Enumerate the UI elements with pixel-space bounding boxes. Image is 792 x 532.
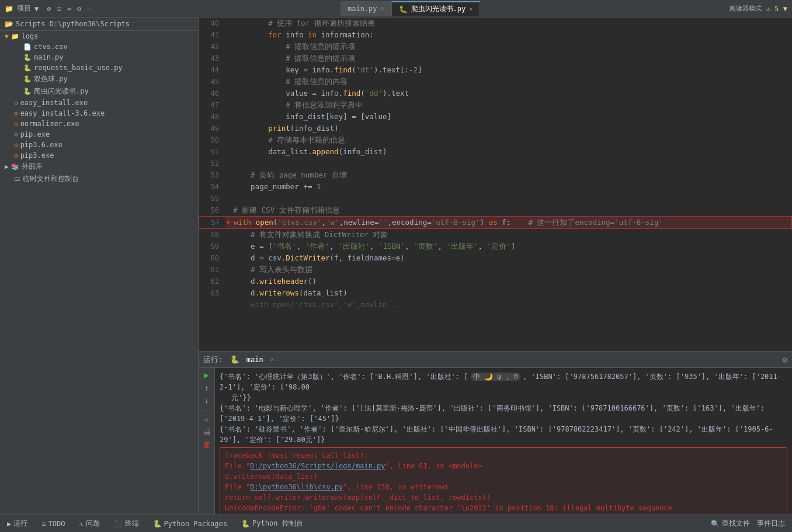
normalizer-icon: ⚙ [14, 120, 18, 128]
pip-icon: ⚙ [14, 131, 18, 138]
bottom-run-btn[interactable]: ▶ 运行 [5, 517, 30, 530]
terminal-wrap-btn[interactable]: ⇌ [204, 415, 209, 423]
run-tab-close[interactable]: × [270, 356, 275, 363]
code-editor[interactable]: 40 # 使用 for 循环遍历搜索结果 41 for info in info… [199, 18, 792, 351]
terminal-scroll-up[interactable]: ↑ [204, 383, 209, 392]
code-line-63: 63 d.writerows(data_list) [199, 287, 792, 299]
sidebar-item-spider[interactable]: 🐍 爬虫闪光读书.py [0, 85, 198, 98]
easy-install-icon: ⚙ [14, 99, 18, 107]
sidebar-item-pip3[interactable]: ⚙ pip3.exe [0, 150, 198, 161]
chevron-right-icon: ▶ [5, 163, 9, 171]
pip3-label: pip3.exe [20, 151, 54, 159]
sidebar-item-easy-install-36[interactable]: ⚙ easy_install-3.6.exe [0, 108, 198, 119]
sidebar-item-normalizer[interactable]: ⚙ normalizer.exe [0, 119, 198, 129]
code-line-50: 50 # 存储每本书籍的信息 [199, 134, 792, 146]
sidebar-item-main-py[interactable]: 🐍 main.py [0, 52, 198, 62]
sidebar-item-external-lib[interactable]: ▶ 📚 外部库 [0, 161, 198, 173]
code-line-57: 57 ● with open('ctvs.csv','w',newline=''… [199, 216, 792, 229]
terminal-scroll-down[interactable]: ↓ [204, 396, 209, 405]
todo-label: TODO [48, 520, 65, 528]
code-line-52: 52 [199, 158, 792, 169]
settings-icon[interactable]: ⚙ [77, 5, 81, 13]
minimize-icon[interactable]: — [87, 5, 91, 13]
todo-icon: ≡ [41, 520, 46, 528]
breakpoint-57: ● [227, 217, 230, 228]
error-link-2[interactable]: D:\python36\lib\csv.py [250, 483, 343, 491]
code-line-43: 43 # 提取信息的提示项 [199, 53, 792, 64]
run-label: 运行: [203, 354, 223, 365]
terminal-body[interactable]: {'书名': '心理统计学（第3版）', '作者': ['B.H.科恩'], '… [215, 368, 792, 514]
code-line-51: 51 data_list.append(info_dist) [199, 146, 792, 158]
temp-files-icon: 🗂 [14, 175, 20, 183]
problems-icon-bottom: ⚠ [79, 520, 83, 528]
pip3-icon: ⚙ [14, 152, 18, 159]
top-bar-left: 📁 项目 ▼ ⊕ ≡ ⇔ ⚙ — [5, 4, 91, 13]
bottom-problems[interactable]: ⚠ 问题 [77, 517, 102, 530]
code-line-62: 62 d.writeheader() [199, 276, 792, 287]
sidebar: 📂 Scripts D:\python36\Scripts ▼ 📁 logs 📄… [0, 18, 199, 514]
pip-label: pip.exe [20, 130, 50, 138]
pip36-icon: ⚙ [14, 141, 18, 149]
terminal-print-btn[interactable]: 🖨 [203, 427, 211, 436]
bottom-todo[interactable]: ≡ TODO [39, 519, 67, 529]
bottom-python-console[interactable]: 🐍 Python 控制台 [239, 517, 305, 530]
terminal-left-actions: ▶ ↑ ↓ ⇌ 🖨 🗑 [199, 368, 215, 514]
folder-icon: 📁 [5, 5, 13, 13]
code-line-54: 54 page_number += 1 [199, 181, 792, 193]
tab-spider-py[interactable]: 🐛 爬虫闪光读书.py × [392, 1, 481, 16]
problems-label: 问题 [86, 519, 100, 528]
terminal-run-btn[interactable]: ▶ [204, 370, 209, 380]
code-line-56: 56 # 新建 CSV 文件存储书籍信息 [199, 204, 792, 216]
easy-install-label: easy_install.exe [20, 99, 88, 107]
tab-spider-py-close[interactable]: × [469, 6, 473, 12]
sidebar-item-easy-install[interactable]: ⚙ easy_install.exe [0, 98, 198, 108]
bottom-terminal[interactable]: ⬛ 终端 [112, 517, 141, 530]
scripts-folder-icon: 📂 [5, 20, 13, 28]
layout-icon[interactable]: ≡ [57, 5, 61, 13]
sidebar-item-temp-files[interactable]: 🗂 临时文件和控制台 [0, 173, 198, 185]
dropdown-arrow[interactable]: ▼ [34, 5, 39, 13]
sidebar-item-requests[interactable]: 🐍 requests_basic_use.py [0, 62, 198, 73]
new-file-icon[interactable]: ⊕ [47, 5, 51, 13]
sidebar-item-logs[interactable]: ▼ 📁 logs [0, 31, 198, 41]
bottom-python-packages[interactable]: 🐍 Python Packages [151, 519, 230, 529]
spider-icon: 🐛 [399, 5, 408, 13]
code-line-45: 45 # 提取信息的内容 [199, 76, 792, 88]
output-line-1b: 元'}} [231, 392, 787, 403]
find-file-label: 查找文件 [722, 519, 750, 528]
terminal-clear-btn[interactable]: 🗑 [203, 440, 211, 449]
project-label[interactable]: 项目 [17, 4, 31, 13]
python-packages-icon: 🐍 [153, 520, 162, 528]
terminal-label: 终端 [125, 519, 139, 528]
error-line-5: UnicodeEncodeError: 'gbk' codec can't en… [225, 503, 782, 513]
error-link-1[interactable]: D:/python36/Scripts/logs/main.py [250, 462, 385, 470]
terminal-icon: ⬛ [114, 520, 123, 528]
reader-mode-button[interactable]: 阅读器模式 [730, 4, 762, 13]
output-line-3: {'书名': '硅谷禁书', '作者': ['查尔斯·哈尼尔'], '出版社':… [220, 424, 787, 445]
event-log-btn[interactable]: 事件日志 [755, 517, 787, 530]
easy-install-36-icon: ⚙ [14, 110, 18, 117]
requests-py-icon: 🐍 [23, 64, 32, 72]
terminal-settings-icon[interactable]: ⚙ [783, 355, 787, 364]
code-line-44: 44 key = info.find('dt').text[:-2] [199, 64, 792, 76]
sidebar-item-shuangseqiu[interactable]: 🐍 双色球.py [0, 73, 198, 85]
search-files-btn[interactable]: 🔍 查找文件 [708, 517, 752, 530]
tab-main-py-close[interactable]: × [381, 5, 384, 12]
sidebar-item-pip[interactable]: ⚙ pip.exe [0, 129, 198, 140]
sidebar-item-pip36[interactable]: ⚙ pip3.6.exe [0, 140, 198, 150]
pip36-label: pip3.6.exe [20, 141, 62, 149]
python-packages-label: Python Packages [164, 520, 227, 528]
error-line-4: return self.writer.writerows(map(self._d… [225, 492, 782, 503]
split-icon[interactable]: ⇔ [67, 5, 71, 13]
media-toolbar-trigger[interactable]: 中 🌙 ψ , ☺ [471, 373, 521, 381]
bottom-right: 🔍 查找文件 事件日志 [708, 517, 787, 530]
run-label-bottom: 运行 [13, 519, 27, 528]
error-box: Traceback (most recent call last): File … [220, 447, 787, 514]
code-line-47: 47 # 将信息添加到字典中 [199, 99, 792, 111]
tab-main-py[interactable]: main.py × [341, 1, 392, 16]
code-line-41: 41 for info in information: [199, 29, 792, 41]
warning-badge[interactable]: ⚠ 5 ▼ [766, 5, 787, 13]
python-console-label: Python 控制台 [252, 519, 303, 528]
sidebar-item-ctvs-csv[interactable]: 📄 ctvs.csv [0, 41, 198, 52]
top-bar-right: 阅读器模式 ⚠ 5 ▼ [730, 4, 787, 13]
